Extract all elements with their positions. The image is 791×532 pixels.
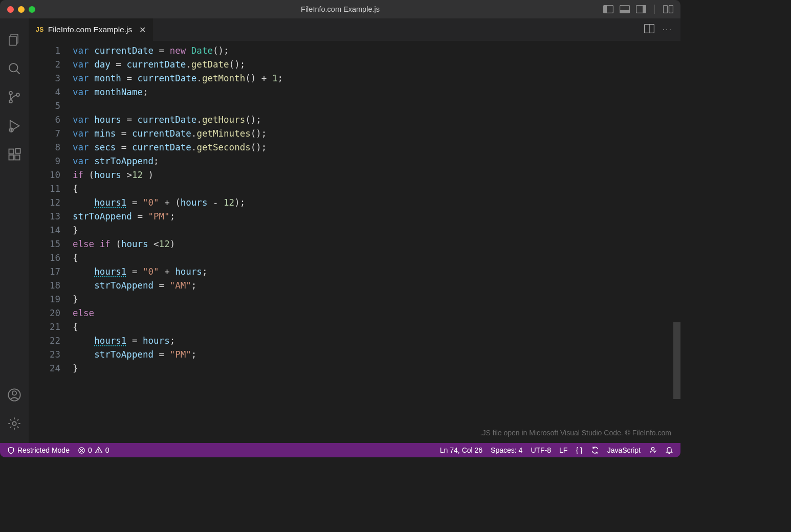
code-content[interactable]: var currentDate = new Date();var day = c… xyxy=(73,41,680,443)
code-line[interactable]: strToAppend = "PM"; xyxy=(73,210,680,224)
code-line[interactable]: strToAppend = "AM"; xyxy=(73,279,680,293)
sync-button[interactable] xyxy=(587,446,603,454)
scrollbar-track[interactable] xyxy=(673,41,680,443)
line-number: 5 xyxy=(29,99,60,113)
editor-tab[interactable]: JS FileInfo.com Example.js ✕ xyxy=(29,18,153,41)
line-number: 2 xyxy=(29,58,60,72)
zoom-window-button[interactable] xyxy=(29,6,35,13)
errors-count: 0 xyxy=(88,446,92,454)
indentation-label: Spaces: 4 xyxy=(491,446,522,454)
svg-rect-21 xyxy=(15,148,20,153)
line-number: 23 xyxy=(29,348,60,362)
code-line[interactable]: else if (hours <12) xyxy=(73,237,680,251)
code-line[interactable]: var monthName; xyxy=(73,85,680,99)
error-icon xyxy=(78,447,85,454)
line-number: 7 xyxy=(29,127,60,141)
svg-rect-19 xyxy=(9,155,14,160)
code-editor[interactable]: 123456789101112131415161718192021222324 … xyxy=(29,41,680,443)
svg-point-13 xyxy=(9,100,12,103)
language-mode-button[interactable]: JavaScript xyxy=(603,446,645,454)
code-line[interactable]: hours1 = "0" + (hours - 12); xyxy=(73,196,680,210)
run-debug-icon[interactable] xyxy=(0,112,29,140)
line-number: 1 xyxy=(29,44,60,58)
svg-rect-20 xyxy=(15,155,19,160)
notifications-button[interactable] xyxy=(661,446,677,454)
close-tab-icon[interactable]: ✕ xyxy=(139,25,146,35)
line-number: 21 xyxy=(29,320,60,334)
toggle-secondary-sidebar-icon[interactable] xyxy=(636,5,646,13)
feedback-button[interactable] xyxy=(645,446,661,454)
svg-rect-18 xyxy=(9,149,14,154)
code-line[interactable]: var mins = currentDate.getMinutes(); xyxy=(73,127,680,141)
svg-rect-3 xyxy=(620,10,629,13)
js-file-icon: JS xyxy=(36,26,44,33)
svg-rect-9 xyxy=(9,36,16,46)
line-number: 18 xyxy=(29,279,60,293)
vscode-window: FileInfo.com Example.js xyxy=(0,0,680,457)
line-number: 22 xyxy=(29,334,60,348)
cursor-position-button[interactable]: Ln 74, Col 26 xyxy=(436,446,487,454)
line-number-gutter: 123456789101112131415161718192021222324 xyxy=(29,41,73,443)
encoding-button[interactable]: UTF-8 xyxy=(526,446,555,454)
editor-actions: ··· xyxy=(644,18,680,41)
search-icon[interactable] xyxy=(0,54,29,83)
eol-label: LF xyxy=(559,446,567,454)
code-line[interactable]: else xyxy=(73,306,680,320)
traffic-lights xyxy=(0,6,35,13)
explorer-icon[interactable] xyxy=(0,26,29,54)
minimize-window-button[interactable] xyxy=(18,6,25,13)
code-line[interactable]: { xyxy=(73,320,680,334)
code-line[interactable]: strToAppend = "PM"; xyxy=(73,348,680,362)
problems-button[interactable]: 0 0 xyxy=(74,443,114,457)
svg-point-23 xyxy=(12,391,16,395)
close-window-button[interactable] xyxy=(7,6,14,13)
warning-icon xyxy=(95,446,103,454)
code-line[interactable]: } xyxy=(73,293,680,306)
more-actions-icon[interactable]: ··· xyxy=(663,25,672,34)
scrollbar-thumb[interactable] xyxy=(673,322,680,399)
toggle-primary-sidebar-icon[interactable] xyxy=(603,5,613,13)
line-number: 17 xyxy=(29,265,60,279)
customize-layout-icon[interactable] xyxy=(663,5,673,13)
restricted-mode-button[interactable]: Restricted Mode xyxy=(3,443,74,457)
settings-gear-icon[interactable] xyxy=(0,409,29,438)
titlebar: FileInfo.com Example.js xyxy=(0,0,680,18)
feedback-icon xyxy=(649,446,657,454)
code-line[interactable]: var hours = currentDate.getHours(); xyxy=(73,113,680,127)
svg-rect-6 xyxy=(664,6,668,13)
code-line[interactable]: { xyxy=(73,182,680,196)
code-line[interactable]: var currentDate = new Date(); xyxy=(73,44,680,58)
code-line[interactable]: hours1 = hours; xyxy=(73,334,680,348)
code-line[interactable]: var month = currentDate.getMonth() + 1; xyxy=(73,72,680,85)
code-line[interactable]: } xyxy=(73,224,680,237)
code-line[interactable]: } xyxy=(73,362,680,375)
titlebar-layout-controls xyxy=(603,5,680,14)
svg-point-31 xyxy=(98,452,99,452)
line-number: 13 xyxy=(29,210,60,224)
line-number: 15 xyxy=(29,237,60,251)
split-editor-icon[interactable] xyxy=(644,24,654,35)
code-line[interactable]: var strToAppend; xyxy=(73,154,680,168)
svg-point-14 xyxy=(16,93,19,96)
code-line[interactable]: hours1 = "0" + hours; xyxy=(73,265,680,279)
code-line[interactable]: if (hours >12 ) xyxy=(73,168,680,182)
language-label: JavaScript xyxy=(607,446,641,454)
braces-button[interactable]: { } xyxy=(572,446,586,454)
line-number: 8 xyxy=(29,141,60,154)
code-line[interactable]: var secs = currentDate.getSeconds(); xyxy=(73,141,680,154)
extensions-icon[interactable] xyxy=(0,140,29,169)
toggle-panel-icon[interactable] xyxy=(620,5,630,13)
activity-bar xyxy=(0,18,29,443)
code-line[interactable] xyxy=(73,99,680,113)
eol-button[interactable]: LF xyxy=(555,446,572,454)
line-number: 12 xyxy=(29,196,60,210)
activity-bar-bottom xyxy=(0,381,29,438)
code-line[interactable]: var day = currentDate.getDate(); xyxy=(73,58,680,72)
accounts-icon[interactable] xyxy=(0,381,29,409)
code-line[interactable]: { xyxy=(73,251,680,265)
editor-group: JS FileInfo.com Example.js ✕ ··· 1234567… xyxy=(29,18,680,443)
source-control-icon[interactable] xyxy=(0,83,29,112)
bell-icon xyxy=(665,446,673,454)
indentation-button[interactable]: Spaces: 4 xyxy=(487,446,526,454)
line-number: 4 xyxy=(29,85,60,99)
